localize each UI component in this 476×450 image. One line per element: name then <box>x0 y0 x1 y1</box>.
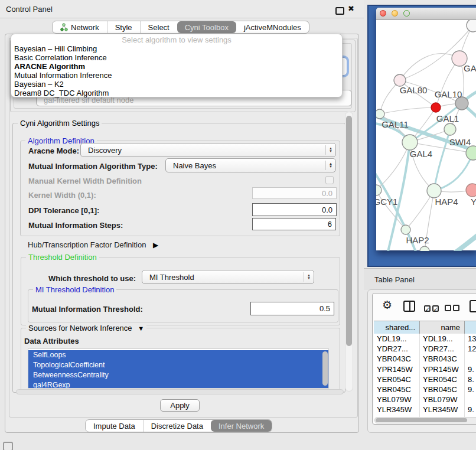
hub-definition-expander[interactable]: Hub/Transcription Factor Definition ▶ <box>28 240 158 249</box>
tab-jactivemnodules[interactable]: jActiveMNodules <box>236 21 309 33</box>
mi-steps-label: Mutual Information Steps: <box>28 221 123 230</box>
dropdown-prompt: Select algorithm to view settings <box>11 35 342 44</box>
algorithm-dropdown-popup: Select algorithm to view settings Bayesi… <box>11 34 343 97</box>
node-gal4[interactable] <box>402 135 418 150</box>
table-cell[interactable] <box>465 394 476 405</box>
table-column-header[interactable]: shared... <box>374 321 420 334</box>
algorithm-option[interactable]: Bayesian – K2 <box>11 80 342 89</box>
sources-group: Sources for Network Inference ▼ Data Att… <box>21 328 340 393</box>
tab-cyni-toolbox[interactable]: Cyni Toolbox <box>177 21 236 33</box>
network-canvas[interactable]: GAL GAL80 GAL10 GAL11 GAL1 SWI4 GAL4 GCY… <box>376 20 476 251</box>
node-gal80[interactable] <box>394 74 406 86</box>
table-cell[interactable]: YER054C <box>374 374 420 384</box>
table-cell[interactable]: YBL079W <box>420 394 465 405</box>
node-gal11[interactable] <box>376 109 384 119</box>
tab-network[interactable]: Network <box>53 21 107 33</box>
table-cell[interactable]: YLR345W <box>420 405 465 415</box>
algorithm-option[interactable]: Mutual Information Inference <box>11 71 342 80</box>
float-panel-icon[interactable] <box>335 7 344 15</box>
tab-impute-data[interactable]: Impute Data <box>86 420 143 432</box>
node-salmon[interactable] <box>466 184 476 197</box>
node-hap4[interactable] <box>427 184 441 198</box>
table-header: shared...name <box>374 321 476 334</box>
node-gal1[interactable] <box>444 123 456 135</box>
table-cell[interactable]: YER054C <box>420 374 465 384</box>
tab-discretize-data[interactable]: Discretize Data <box>143 420 211 432</box>
zoom-traffic-light[interactable] <box>403 10 410 17</box>
table-column-header[interactable] <box>465 321 476 334</box>
table-column-header[interactable]: name <box>420 321 465 334</box>
table-cell[interactable]: 13 <box>465 334 476 344</box>
cyni-algorithm-settings-group: Cyni Algorithm Settings Algorithm Defini… <box>12 123 345 393</box>
data-attribute-item[interactable]: gal4RGexp <box>28 380 328 389</box>
mi-steps-field[interactable]: 6 <box>252 218 336 230</box>
mi-algorithm-type-combo[interactable]: Naive Bayes ▲▼ <box>165 158 336 172</box>
deselect-all-columns-icon[interactable] <box>445 303 459 314</box>
node-partial-top[interactable] <box>467 20 476 32</box>
dpi-tolerance-field[interactable]: 0.0 <box>252 203 337 216</box>
manual-kernel-label: Manual Kernel Width Definition <box>28 177 142 185</box>
tab-style[interactable]: Style <box>107 21 140 33</box>
close-icon[interactable]: ✖ <box>348 4 354 13</box>
settings-scrollbar-thumb[interactable] <box>346 116 352 346</box>
data-attribute-item[interactable]: TopologicalCoefficient <box>28 360 328 370</box>
table-cell[interactable]: YBR043C <box>420 354 465 364</box>
sources-title[interactable]: Sources for Network Inference ▼ <box>26 324 146 333</box>
node-hap2[interactable] <box>401 225 410 234</box>
algorithm-option[interactable]: Basic Correlation Inference <box>11 53 342 62</box>
node-label: GAL10 <box>435 89 462 99</box>
table-hscrollbar-thumb[interactable] <box>376 418 467 422</box>
table-cell[interactable]: YDR27... <box>420 344 465 354</box>
node-swi4-green[interactable] <box>466 146 476 160</box>
manual-kernel-checkbox[interactable] <box>325 176 334 184</box>
mi-threshold-field[interactable]: 0.5 <box>250 302 334 315</box>
table-panel-container: ⚙ ✓✓ shared...name YDL19...YDL19...13YDR… <box>367 289 476 433</box>
network-icon <box>60 23 68 31</box>
cyni-algorithm-settings-title: Cyni Algorithm Settings <box>18 119 102 128</box>
new-table-icon[interactable] <box>470 300 476 312</box>
table-cell[interactable]: YDL19... <box>374 334 420 344</box>
aracne-mode-combo[interactable]: Discovery ▲▼ <box>80 143 336 157</box>
table-cell[interactable]: 12 <box>465 344 476 354</box>
table-cell[interactable]: YDL19... <box>420 334 465 344</box>
network-window-titlebar[interactable] <box>376 8 476 20</box>
data-attributes-list[interactable]: SelfLoopsTopologicalCoefficientBetweenne… <box>28 348 329 389</box>
table-cell[interactable]: YBR045C <box>374 384 420 394</box>
table-cell[interactable]: YPR145W <box>420 364 465 374</box>
apply-button[interactable]: Apply <box>160 399 200 412</box>
attributes-scrollbar[interactable] <box>322 351 328 386</box>
threshold-definition-title: Threshold Definition <box>26 253 99 262</box>
node-label: GAL80 <box>400 85 428 95</box>
data-attribute-item[interactable]: SelfLoops <box>28 350 328 360</box>
data-attribute-item[interactable]: BetweennessCentrality <box>28 370 328 380</box>
column-layout-icon[interactable] <box>403 301 415 312</box>
node-red[interactable] <box>431 103 441 112</box>
table-cell[interactable]: YDR27... <box>374 344 420 354</box>
table-cell[interactable]: YPR145W <box>374 364 420 374</box>
which-threshold-combo[interactable]: MI Threshold ▲▼ <box>142 270 314 284</box>
table-cell[interactable]: 9. <box>465 384 476 394</box>
algorithm-option[interactable]: ARACNE Algorithm <box>11 62 342 71</box>
table-cell[interactable]: 9. <box>465 405 476 415</box>
algorithm-option[interactable]: Dream8 DC_TDC Algorithm <box>11 89 342 97</box>
restore-panel-icon[interactable] <box>3 442 13 450</box>
kernel-width-field[interactable]: 0.0 <box>252 187 337 199</box>
data-attributes-label: Data Attributes <box>24 337 79 345</box>
algorithm-option[interactable]: Bayesian – Hill Climbing <box>11 44 342 53</box>
gear-icon[interactable]: ⚙ <box>382 298 392 311</box>
settings-hscrollbar[interactable] <box>16 389 344 394</box>
close-traffic-light[interactable] <box>380 10 386 17</box>
table-cell[interactable]: 9. <box>465 364 476 374</box>
table-cell[interactable]: 8. <box>465 374 476 384</box>
tab-select[interactable]: Select <box>140 21 177 33</box>
table-cell[interactable] <box>465 354 476 364</box>
select-all-columns-icon[interactable]: ✓✓ <box>424 303 439 314</box>
node-partial-bottom[interactable] <box>420 246 429 251</box>
table-cell[interactable]: YBR045C <box>420 384 465 394</box>
table-cell[interactable]: YBR043C <box>374 354 420 364</box>
node-gcy1[interactable] <box>376 185 382 195</box>
table-cell[interactable]: YLR345W <box>374 405 420 415</box>
table-cell[interactable]: YBL079W <box>374 394 420 405</box>
minimize-traffic-light[interactable] <box>392 10 398 17</box>
tab-infer-network[interactable]: Infer Network <box>211 420 272 432</box>
